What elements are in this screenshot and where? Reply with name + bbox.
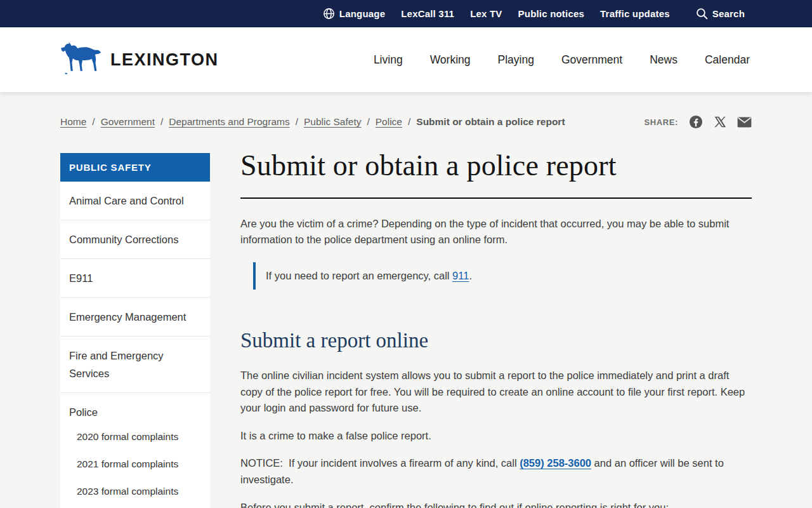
utility-link-label: Lex TV (470, 8, 502, 19)
sidebar-item-police-label[interactable]: Police (69, 406, 98, 418)
sidebar-item-community-corrections[interactable]: Community Corrections (60, 220, 210, 258)
sidebar-list: Animal Care and Control Community Correc… (60, 182, 210, 508)
breadcrumb-separator: / (408, 116, 410, 128)
search-button[interactable]: Search (696, 8, 745, 20)
email-share-icon[interactable] (737, 117, 752, 128)
utility-link-label: Language (339, 8, 385, 19)
emergency-text-prefix: If you need to report an emergency, call (266, 270, 452, 281)
horse-logo-icon (60, 41, 102, 79)
police-sublist: 2020 formal complaints 2021 formal compl… (69, 424, 201, 508)
false-report-paragraph: It is a crime to make a false police rep… (240, 428, 752, 444)
search-icon (696, 8, 708, 20)
facebook-share-icon[interactable] (689, 115, 703, 129)
main-content: Submit or obtain a police report Are you… (240, 153, 752, 508)
sidebar-title: PUBLIC SAFETY (60, 153, 210, 182)
sidebar-item-emergency-management[interactable]: Emergency Management (60, 297, 210, 336)
utility-link-lex-tv[interactable]: Lex TV (470, 8, 502, 19)
nav-living[interactable]: Living (374, 53, 403, 67)
confirm-paragraph: Before you submit a report, confirm the … (240, 500, 752, 508)
emergency-callout: If you need to report an emergency, call… (253, 262, 752, 290)
lexington-logo[interactable]: LEXINGTON (60, 41, 219, 79)
page-title: Submit or obtain a police report (240, 149, 752, 182)
utility-link-label: LexCall 311 (401, 8, 454, 19)
section-heading-submit-report-online: Submit a report online (240, 329, 752, 352)
brand-name: LEXINGTON (110, 50, 219, 70)
nav-calendar[interactable]: Calendar (705, 53, 750, 67)
title-divider (240, 197, 752, 199)
emergency-text: If you need to report an emergency, call… (266, 268, 752, 284)
page-body: PUBLIC SAFETY Animal Care and Control Co… (60, 153, 752, 508)
utility-link-language[interactable]: Language (323, 8, 385, 20)
utility-link-public-notices[interactable]: Public notices (518, 8, 585, 19)
site-header: LEXINGTON Living Working Playing Governm… (0, 27, 812, 92)
nav-news[interactable]: News (650, 53, 678, 67)
share-label: SHARE: (645, 117, 678, 127)
phone-number-link[interactable]: (859) 258-3600 (520, 457, 591, 469)
sidebar-subitem-2023-formal-complaints[interactable]: 2023 formal complaints (69, 478, 201, 505)
breadcrumb-government[interactable]: Government (101, 116, 155, 128)
breadcrumb-current-page: Submit or obtain a police report (416, 116, 565, 128)
nav-playing[interactable]: Playing (498, 53, 534, 67)
breadcrumb-police[interactable]: Police (376, 116, 402, 128)
main-nav: Living Working Playing Government News C… (374, 53, 750, 67)
breadcrumb-separator: / (367, 116, 369, 128)
breadcrumb-departments-and-programs[interactable]: Departments and Programs (169, 116, 289, 128)
call-911-link[interactable]: 911 (452, 270, 469, 281)
sidebar-subitem-2021-formal-complaints[interactable]: 2021 formal complaints (69, 451, 201, 478)
nav-government[interactable]: Government (561, 53, 622, 67)
sidebar-subitem-2020-formal-complaints[interactable]: 2020 formal complaints (69, 424, 201, 451)
sidebar-item-animal-care-and-control[interactable]: Animal Care and Control (60, 182, 210, 220)
utility-link-label: Traffic updates (600, 8, 670, 19)
x-twitter-share-icon[interactable] (714, 116, 726, 128)
breadcrumb-separator: / (92, 116, 95, 128)
utility-link-label: Public notices (518, 8, 585, 19)
nav-working[interactable]: Working (430, 53, 471, 67)
breadcrumb-public-safety[interactable]: Public Safety (304, 116, 361, 128)
sidebar-item-e911[interactable]: E911 (60, 258, 210, 297)
firearm-notice-paragraph: NOTICE: If your incident involves a fire… (240, 455, 752, 488)
sidebar-item-police[interactable]: Police 2020 formal complaints 2021 forma… (60, 392, 210, 508)
emergency-text-suffix: . (469, 270, 472, 281)
sidebar-subitem-bureau-of-administration[interactable]: Bureau of Administration (69, 505, 201, 508)
sidebar-item-fire-and-emergency-services[interactable]: Fire and Emergency Services (60, 336, 210, 392)
notice-text-prefix: NOTICE: If your incident involves a fire… (240, 457, 520, 469)
breadcrumb: Home / Government / Departments and Prog… (60, 116, 565, 128)
utility-bar: Language LexCall 311 Lex TV Public notic… (0, 0, 812, 27)
search-label: Search (712, 8, 745, 19)
online-system-paragraph: The online civilian incident system allo… (240, 368, 752, 417)
utility-link-lexcall-311[interactable]: LexCall 311 (401, 8, 454, 19)
utility-link-traffic-updates[interactable]: Traffic updates (600, 8, 670, 19)
public-safety-sidebar: PUBLIC SAFETY Animal Care and Control Co… (60, 153, 210, 508)
breadcrumb-separator: / (296, 116, 298, 128)
intro-paragraph: Are you the victim of a crime? Depending… (240, 216, 752, 248)
globe-icon (323, 8, 335, 20)
breadcrumb-row: Home / Government / Departments and Prog… (60, 92, 752, 129)
share-box: SHARE: (645, 115, 752, 129)
breadcrumb-separator: / (160, 116, 163, 128)
breadcrumb-home[interactable]: Home (60, 116, 86, 128)
